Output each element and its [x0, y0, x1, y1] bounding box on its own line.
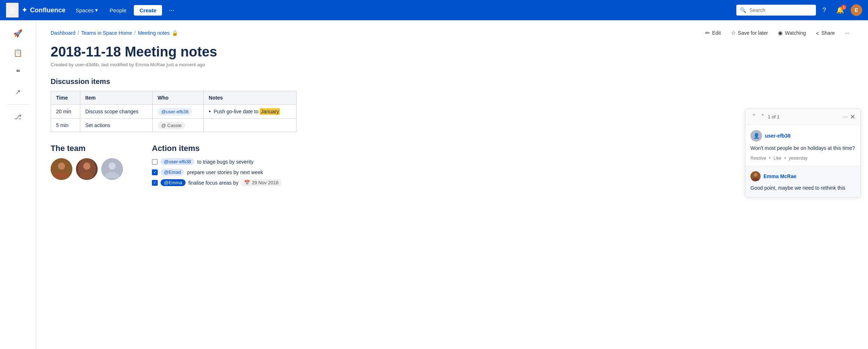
calendar-icon: 📅 [244, 180, 250, 185]
table-header-row: Time Item Who Notes [51, 91, 297, 105]
table-row: 20 min Discuss scope changes @user-efb38… [51, 105, 297, 119]
cell-who-1: @user-efb38 [152, 105, 203, 119]
team-section-title: The team [51, 144, 123, 153]
action-text-3: finalise focus areas by [188, 180, 239, 186]
table-row: 5 min Set actions @ Cassie [51, 119, 297, 132]
date-value: 29 Nov 2018 [252, 180, 278, 185]
action-items-list: @user-efb38 to triage bugs by severity ✓… [152, 158, 281, 186]
search-icon: 🔍 [740, 7, 746, 13]
comment-user-row: 👤 user-efb38 [750, 130, 855, 142]
avatar-placeholder [101, 158, 123, 180]
chevron-down-icon: ▾ [95, 7, 98, 13]
hamburger-menu-button[interactable]: ☰ [6, 3, 19, 18]
sidebar-item-pages[interactable]: 📋 [9, 44, 27, 62]
action-item-1: @user-efb38 to triage bugs by severity [152, 158, 281, 165]
cell-time-1: 20 min [51, 105, 80, 119]
more-actions-button[interactable]: ··· [841, 28, 854, 38]
comment-header-actions: ··· ✕ [843, 113, 855, 121]
more-nav-button[interactable]: ··· [165, 4, 178, 16]
svg-rect-4 [78, 158, 96, 180]
notifications-button[interactable]: 🔔 1 [833, 4, 848, 16]
reply-avatar [750, 171, 761, 181]
action-sep-1: • [769, 156, 770, 161]
search-input[interactable] [736, 5, 816, 16]
comment-reply: Emma McRae Good point, maybe we need to … [745, 166, 860, 197]
spaces-nav-button[interactable]: Spaces ▾ [71, 5, 102, 16]
comment-panel: ˅ ˄ 1 of 1 ··· ✕ 👤 user-efb38 Won't most… [745, 109, 861, 197]
reply-text: Good point, maybe we need to rethink thi… [750, 184, 855, 192]
user-tag-emad: @Emad [161, 169, 184, 176]
action-items-title: Action items [152, 144, 281, 153]
user-tag-efb38: @user-efb38 [161, 158, 194, 165]
date-badge: 📅 29 Nov 2018 [241, 179, 281, 186]
comment-avatar: 👤 [750, 130, 762, 142]
comment-username[interactable]: user-efb38 [765, 133, 791, 139]
user-tag-emma: @Emma [161, 179, 186, 186]
comment-navigation: ˅ ˄ 1 of 1 [750, 113, 780, 121]
comment-timestamp: yesterday [789, 156, 808, 161]
cell-item-1: Discuss scope changes [80, 105, 152, 119]
breadcrumb-sep-2: / [134, 30, 136, 36]
team-avatars [51, 158, 123, 180]
people-nav-button[interactable]: People [105, 5, 131, 16]
resolve-button[interactable]: Resolve [750, 156, 766, 161]
reply-username[interactable]: Emma McRae [763, 173, 796, 179]
main-content: Dashboard / Teams in Space Home / Meetin… [36, 20, 868, 201]
edit-button[interactable]: ✏ Edit [701, 28, 725, 38]
pages-icon: 📋 [13, 49, 22, 57]
team-avatar-1 [51, 158, 72, 180]
help-button[interactable]: ? [819, 4, 830, 16]
watching-button[interactable]: ◉ Watching [774, 28, 810, 38]
discussion-table: Time Item Who Notes 20 min Discuss scope… [51, 91, 297, 132]
sidebar-item-tree[interactable]: ⎇ [9, 108, 27, 126]
page-meta: Created by user-d3d6b, last modified by … [51, 62, 854, 67]
breadcrumb-dashboard[interactable]: Dashboard [51, 30, 76, 36]
highlighted-text: January [260, 108, 280, 115]
breadcrumb-space[interactable]: Teams in Space Home [81, 30, 132, 36]
more-icon: ··· [845, 30, 849, 36]
cell-time-2: 5 min [51, 119, 80, 132]
cell-who-2: @ Cassie [152, 119, 203, 132]
col-notes: Notes [204, 91, 297, 105]
checkbox-2[interactable]: ✓ [152, 169, 158, 175]
save-for-later-button[interactable]: ☆ Save for later [727, 28, 772, 38]
sidebar: 🚀 📋 ❝ ↗ ⎇ [0, 20, 36, 201]
action-item-2: ✓ @Emad prepare user stories by next wee… [152, 169, 281, 176]
checkbox-1[interactable] [152, 159, 158, 165]
svg-point-1 [58, 163, 65, 170]
eye-icon: ◉ [778, 30, 783, 36]
comment-next-button[interactable]: ˄ [759, 113, 766, 121]
reply-avatar-image [750, 171, 761, 181]
comment-more-button[interactable]: ··· [843, 114, 848, 120]
confluence-logo: ✦ Confluence [22, 6, 65, 14]
page-actions: ✏ Edit ☆ Save for later ◉ Watching < Sha… [701, 28, 854, 38]
comment-close-button[interactable]: ✕ [850, 113, 855, 121]
comment-body: 👤 user-efb38 Won't most people be on hol… [745, 125, 860, 166]
pencil-icon: ✏ [705, 30, 710, 36]
team-avatar-2 [76, 158, 98, 180]
comment-prev-button[interactable]: ˅ [750, 113, 758, 121]
user-badge-efb38: @user-efb38 [158, 108, 192, 115]
avatar-initials: E [855, 7, 858, 13]
col-who: Who [152, 91, 203, 105]
sidebar-item-blog[interactable]: ❝ [9, 64, 27, 81]
tree-icon: ⎇ [14, 113, 22, 121]
rocket-icon: 🚀 [13, 29, 22, 38]
notification-badge: 1 [841, 5, 846, 10]
breadcrumb-page[interactable]: Meeting notes [138, 30, 170, 36]
sidebar-item-export[interactable]: ↗ [9, 83, 27, 101]
lower-section: The team [51, 144, 854, 186]
like-button[interactable]: Like [774, 156, 782, 161]
sidebar-item-home[interactable]: 🚀 [9, 25, 27, 42]
share-button[interactable]: < Share [812, 28, 839, 38]
discussion-section-title: Discussion items [51, 77, 854, 86]
col-item: Item [80, 91, 152, 105]
user-avatar[interactable]: E [851, 4, 862, 16]
create-button[interactable]: Create [134, 5, 162, 16]
reply-user-row: Emma McRae [750, 171, 855, 181]
page-title: 2018-11-18 Meeting notes [51, 44, 854, 60]
bullet-icon: • [209, 108, 211, 115]
share-icon: < [816, 30, 819, 36]
search-wrapper: 🔍 [736, 5, 816, 16]
checkbox-3[interactable]: ✓ [152, 180, 158, 186]
